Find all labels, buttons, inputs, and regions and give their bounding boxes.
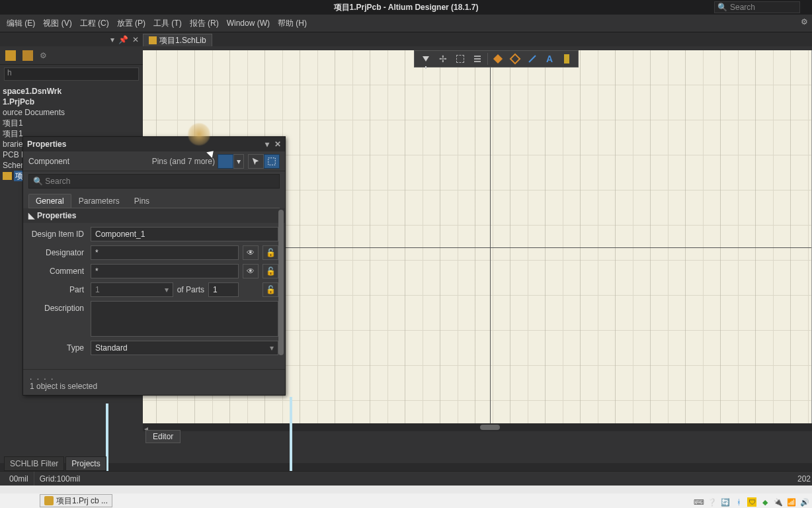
editor-tab-label: Editor bbox=[153, 432, 173, 441]
input-of-parts[interactable]: 1 bbox=[208, 282, 239, 297]
tray-bluetooth-icon[interactable]: ᚼ bbox=[734, 497, 743, 507]
menu-place[interactable]: 放置 (P) bbox=[113, 18, 149, 29]
projects-toolbar: ⚙ bbox=[0, 46, 143, 65]
lock-toggle-comment[interactable]: 🔓 bbox=[263, 264, 278, 278]
value-design-item-id: Component_1 bbox=[95, 230, 145, 239]
tab-general[interactable]: General bbox=[28, 194, 71, 208]
visibility-toggle-designator[interactable]: 👁 bbox=[243, 245, 259, 260]
global-search[interactable]: 🔍 Search bbox=[714, 1, 800, 13]
taskbar-app-button[interactable]: 项目1.Prj cb ... bbox=[40, 494, 112, 507]
properties-form: Design Item ID Component_1 Designator * … bbox=[23, 223, 285, 355]
selection-count: 1 object is selected bbox=[30, 382, 278, 391]
menu-project[interactable]: 工程 (C) bbox=[76, 18, 113, 29]
tab-projects[interactable]: Projects bbox=[65, 456, 106, 471]
input-design-item-id[interactable]: Component_1 bbox=[91, 227, 278, 241]
filter-dropdown-button[interactable]: ▾ bbox=[233, 154, 244, 169]
panel-pin-icon[interactable]: 📌 bbox=[118, 35, 128, 44]
place-part-icon[interactable] bbox=[489, 52, 507, 66]
tree-doc1[interactable]: 项目1 bbox=[1, 118, 143, 128]
text-icon[interactable]: A bbox=[541, 52, 558, 66]
lock-toggle-designator[interactable]: 🔓 bbox=[263, 245, 278, 260]
value-comment: * bbox=[95, 267, 99, 276]
vscroll-thumb[interactable] bbox=[278, 210, 284, 355]
app-title: 项目1.PrjPcb - Altium Designer (18.1.7) bbox=[334, 2, 479, 13]
tray-help-icon[interactable]: ❔ bbox=[708, 497, 717, 507]
collapse-icon: ◣ bbox=[28, 211, 34, 220]
menu-help[interactable]: 帮助 (H) bbox=[274, 18, 311, 29]
menu-window[interactable]: Window (W) bbox=[223, 19, 274, 28]
label-design-item-id: Design Item ID bbox=[30, 230, 87, 239]
input-comment[interactable]: * bbox=[91, 264, 239, 278]
projects-search[interactable]: h bbox=[4, 67, 139, 81]
panel-controls: ▾ 📌 ✕ bbox=[0, 32, 143, 46]
select-type[interactable]: Standard bbox=[91, 341, 278, 355]
status-grid: Grid:100mil bbox=[34, 472, 85, 486]
bus-icon[interactable] bbox=[558, 52, 575, 66]
move-icon[interactable]: ✢ bbox=[434, 52, 452, 66]
panel-settings-icon[interactable]: ⚙ bbox=[40, 51, 47, 60]
tree-workspace[interactable]: space1.DsnWrk bbox=[1, 86, 143, 97]
properties-panel[interactable]: Properties ▾ ✕ Component Pins (and 7 mor… bbox=[22, 136, 286, 396]
hscroll-thumb[interactable] bbox=[480, 425, 500, 430]
tray-shield-icon[interactable]: 🛡 bbox=[747, 497, 756, 507]
menu-tools[interactable]: 工具 (T) bbox=[149, 18, 186, 29]
input-designator[interactable]: * bbox=[91, 245, 239, 260]
tree-source-docs[interactable]: ource Documents bbox=[1, 107, 143, 118]
settings-gear-icon[interactable]: ⚙ bbox=[801, 17, 808, 26]
tree-project[interactable]: 1.PrjPcb bbox=[1, 97, 143, 107]
polygon-outline-icon[interactable] bbox=[507, 52, 524, 66]
panel-close-icon[interactable]: ✕ bbox=[132, 35, 139, 44]
menu-report[interactable]: 报告 (R) bbox=[186, 18, 223, 29]
tray-antivirus-icon[interactable]: ◆ bbox=[760, 497, 770, 507]
lock-icon: 🔓 bbox=[266, 285, 276, 294]
tray-power-icon[interactable]: 🔌 bbox=[774, 497, 783, 507]
projects-search-text: h bbox=[7, 68, 12, 77]
panel-dropdown-icon[interactable]: ▾ bbox=[110, 35, 114, 44]
select-mode-object-button[interactable] bbox=[248, 154, 264, 169]
menu-view[interactable]: 视图 (V) bbox=[39, 18, 75, 29]
select-rect-icon[interactable] bbox=[452, 52, 469, 66]
part-row: 1 of Parts 1 bbox=[91, 282, 239, 297]
properties-search-placeholder: Search bbox=[45, 177, 70, 186]
horizontal-scrollbar[interactable]: ◂ bbox=[143, 423, 812, 431]
open-project-icon[interactable] bbox=[22, 50, 33, 61]
tray-network-icon[interactable]: 📶 bbox=[787, 497, 796, 507]
status-position: 00mil bbox=[4, 472, 34, 486]
tray-volume-icon[interactable]: 🔊 bbox=[800, 497, 809, 507]
menu-edit[interactable]: 编辑 (E) bbox=[3, 18, 39, 29]
search-placeholder: Search bbox=[730, 3, 755, 12]
filter-icon[interactable] bbox=[417, 52, 434, 66]
input-description[interactable] bbox=[91, 301, 278, 337]
window-gap bbox=[0, 486, 812, 493]
menu-bar: 编辑 (E) 视图 (V) 工程 (C) 放置 (P) 工具 (T) 报告 (R… bbox=[0, 15, 812, 32]
properties-titlebar[interactable]: Properties ▾ ✕ bbox=[23, 137, 285, 151]
label-description: Description bbox=[30, 301, 87, 313]
section-properties[interactable]: ◣ Properties bbox=[23, 208, 285, 223]
panel-menu-icon[interactable]: ▾ bbox=[265, 140, 269, 149]
properties-scrollbar[interactable] bbox=[278, 210, 284, 368]
panel-close-icon[interactable]: ✕ bbox=[274, 140, 281, 149]
filter-funnel-button[interactable] bbox=[218, 154, 233, 169]
section-title: Properties bbox=[37, 211, 76, 220]
tray-keyboard-icon[interactable]: ⌨ bbox=[694, 497, 704, 507]
select-mode-area-button[interactable] bbox=[264, 154, 280, 169]
filter-scope-text: Pins (and 7 more) bbox=[152, 157, 215, 166]
properties-footer: . . . . 1 object is selected bbox=[23, 369, 285, 395]
line-icon[interactable] bbox=[524, 52, 541, 66]
document-tab[interactable]: 项目1.SchLib bbox=[143, 34, 212, 46]
tab-parameters[interactable]: Parameters bbox=[71, 194, 127, 208]
tray-sync-icon[interactable]: 🔄 bbox=[721, 497, 730, 507]
properties-search[interactable]: 🔍 Search bbox=[28, 174, 280, 189]
tab-schlib-filter[interactable]: SCHLIB Filter bbox=[4, 456, 64, 471]
lock-toggle-part[interactable]: 🔓 bbox=[263, 282, 278, 297]
select-part[interactable]: 1 bbox=[91, 282, 173, 297]
align-icon[interactable] bbox=[469, 52, 486, 66]
visibility-toggle-comment[interactable]: 👁 bbox=[243, 264, 259, 278]
active-bar[interactable]: ✢ A bbox=[414, 50, 579, 67]
lock-icon: 🔓 bbox=[266, 267, 276, 276]
editor-mode-tab[interactable]: Editor bbox=[145, 430, 181, 443]
system-tray: ⌨ ❔ 🔄 ᚼ 🛡 ◆ 🔌 📶 🔊 bbox=[694, 497, 809, 507]
open-folder-icon[interactable] bbox=[5, 50, 16, 61]
tab-pins[interactable]: Pins bbox=[127, 194, 157, 208]
document-tab-row: ▾ 📌 ✕ 项目1.SchLib bbox=[0, 32, 812, 46]
